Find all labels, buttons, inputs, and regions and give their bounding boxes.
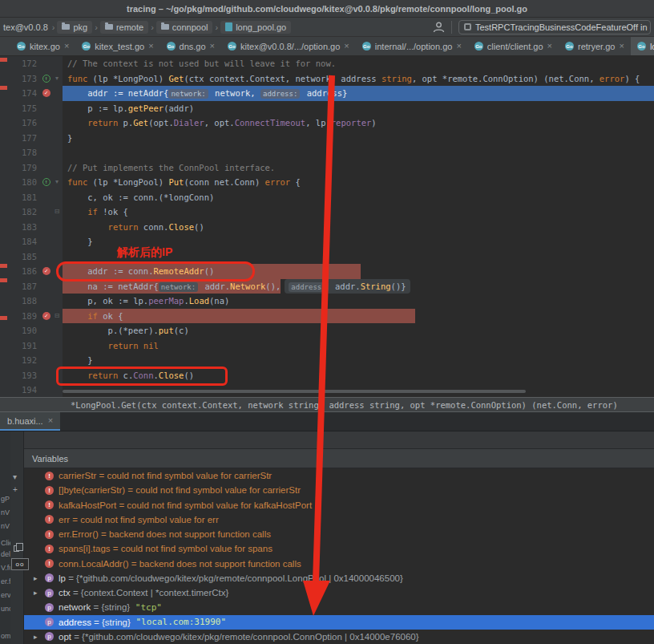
editor-tab-internal/.../option.go[interactable]: Gointernal/.../option.go×: [356, 37, 468, 55]
editor-tab-retryer.go[interactable]: Goretryer.go×: [559, 37, 631, 55]
window-titlebar[interactable]: tracing – ~/go/pkg/mod/github.com/cloudw…: [0, 0, 654, 18]
code-line-189[interactable]: 189✓⊟ if ok {: [0, 309, 654, 324]
tab-close-icon[interactable]: ×: [456, 42, 461, 51]
run-configuration-selector[interactable]: TestRPCTracingBusinessCodeFeatureOff in …: [458, 20, 651, 34]
tab-close-icon[interactable]: ×: [64, 42, 69, 51]
tab-close-icon[interactable]: ×: [344, 42, 349, 51]
tab-close-icon[interactable]: ×: [547, 42, 552, 51]
code-token: (lp *LongPool): [93, 74, 169, 83]
stripe-mark: [0, 278, 7, 282]
watch-expression-text: conn.LocalAddr() = backend does not supp…: [59, 559, 301, 569]
code-line-176[interactable]: 176 return p.Get(opt.Dialer, opt.Connect…: [0, 115, 654, 131]
code-line-178[interactable]: 178: [0, 145, 654, 160]
copy-stack-icon[interactable]: [14, 545, 19, 552]
code-line-186[interactable]: 186✓ addr := conn.RemoteAddr(): [0, 264, 654, 279]
editor-gutter: 193: [0, 368, 63, 383]
folder-icon: [62, 24, 70, 30]
variable-row[interactable]: ![]byte(carrierStr) = could not find sym…: [24, 483, 654, 497]
tab-label: retryer.go: [578, 42, 615, 51]
editor-tab-long_pool.go[interactable]: Golong_pool.go×: [631, 37, 654, 55]
variable-row-address[interactable]: paddress = {string} "local.com:31990": [24, 615, 654, 630]
code-line-173[interactable]: 173↑▾func (lp *LongPool) Get(ctx context…: [0, 71, 654, 87]
code-line-193[interactable]: 193 return c.Conn.Close(): [0, 368, 654, 383]
breakpoint-icon[interactable]: ✓: [42, 267, 50, 275]
implements-icon[interactable]: ↑: [42, 178, 50, 186]
variable-row[interactable]: !conn.LocalAddr() = backend does not sup…: [24, 557, 654, 571]
fold-icon[interactable]: ⊟: [52, 205, 62, 220]
variable-row[interactable]: !carrierStr = could not find symbol valu…: [24, 468, 654, 483]
variable-row-network[interactable]: pnetwork = {string} "tcp": [24, 600, 654, 614]
code-token: [67, 207, 87, 217]
expand-chevron-icon[interactable]: ▸: [34, 589, 45, 597]
variable-string-value: "tcp": [130, 602, 162, 613]
code-line-187[interactable]: 187 na := netAddr{network: addr.Network(…: [0, 279, 654, 294]
editor-tab-kitex@v0.0.8/.../option.go[interactable]: Gokitex@v0.0.8/.../option.go×: [221, 37, 356, 55]
code-editor[interactable]: 172// The context is not used but will l…: [0, 56, 654, 397]
variable-value: {string}: [101, 602, 130, 612]
editor-tab-kitex.go[interactable]: Gokitex.go×: [10, 37, 75, 55]
breadcrumb-item-tex@v0.0.8[interactable]: tex@v0.0.8: [2, 21, 50, 34]
tab-close-icon[interactable]: ×: [210, 42, 215, 51]
code-token: ) {: [624, 74, 640, 83]
breakpoint-icon[interactable]: ✓: [42, 312, 50, 320]
error-icon: !: [45, 486, 54, 495]
add-watch-icon[interactable]: +: [13, 486, 18, 494]
code-token: (): [184, 371, 194, 380]
variable-row[interactable]: !kafkaHostPort = could not find symbol v…: [24, 498, 654, 512]
expand-chevron-icon[interactable]: ▸: [34, 633, 45, 641]
code-line-188[interactable]: 188 p, ok := lp.peerMap.Load(na): [0, 294, 654, 309]
signature-text: *LongPool.Get(ctx context.Context, netwo…: [71, 400, 618, 410]
tab-close-icon[interactable]: ×: [619, 42, 624, 51]
dropdown-caret-icon[interactable]: ▾: [13, 473, 17, 481]
code-line-182[interactable]: 182⊟ if !ok {: [0, 205, 654, 220]
variable-row[interactable]: !err.Error() = backend does not support …: [24, 527, 654, 541]
horizontal-scrollbar[interactable]: [63, 390, 526, 393]
editor-tab-kitex_test.go[interactable]: Gokitex_test.go×: [75, 37, 159, 55]
tab-close-icon[interactable]: ×: [48, 416, 53, 425]
frame-text-fragment: erv: [1, 591, 10, 599]
variable-row-ctx[interactable]: ▸pctx = {context.Context | *context.time…: [24, 585, 654, 600]
debug-toolbar: ▾ +: [10, 431, 24, 644]
variable-row-opt[interactable]: ▸popt = {*github.com/cloudwego/kitex/pkg…: [24, 630, 654, 644]
breadcrumb-item-remote[interactable]: remote: [100, 21, 148, 34]
breakpoint-icon[interactable]: ✓: [42, 89, 50, 97]
code-line-175[interactable]: 175 p := lp.getPeer(addr): [0, 101, 654, 116]
debug-session-tab[interactable]: b.huaxi... ×: [0, 412, 60, 431]
code-line-177[interactable]: 177}: [0, 131, 654, 146]
implements-icon[interactable]: ↑: [42, 75, 50, 83]
editor-tab-dns.go[interactable]: Godns.go×: [160, 37, 221, 55]
user-icon[interactable]: [433, 22, 445, 33]
breadcrumb-item-long_pool.go[interactable]: long_pool.go: [220, 21, 291, 34]
variable-row-lp[interactable]: ▸plp = {*github.com/cloudwego/kitex/pkg/…: [24, 571, 654, 585]
watch-expression-text: []byte(carrierStr) = could not find symb…: [59, 485, 301, 495]
breadcrumb-label: connpool: [172, 22, 208, 32]
code-line-180[interactable]: 180↑▾func (lp *LongPool) Put(conn net.Co…: [0, 175, 654, 190]
go-file-icon: Go: [17, 42, 26, 51]
fold-icon[interactable]: ⊟: [52, 309, 62, 324]
code-token: address:: [289, 282, 328, 292]
code-token: Get: [133, 118, 148, 128]
code-line-191[interactable]: 191 return nil: [0, 338, 654, 354]
code-line-181[interactable]: 181 c, ok := conn.(*longConn): [0, 190, 654, 205]
code-line-192[interactable]: 192 }: [0, 353, 654, 368]
fold-icon[interactable]: ▾: [52, 71, 62, 87]
code-line-185[interactable]: 185: [0, 249, 654, 265]
code-token: (addr): [164, 103, 194, 113]
code-line-184[interactable]: 184 }: [0, 234, 654, 249]
editor-tab-client/client.go[interactable]: Goclient/client.go×: [468, 37, 559, 55]
code-line-183[interactable]: 183 return conn.Close(): [0, 220, 654, 235]
expand-chevron-icon[interactable]: ▸: [34, 574, 45, 582]
code-line-174[interactable]: 174✓ addr := netAddr{network: network, a…: [0, 86, 654, 101]
fold-icon[interactable]: ▾: [52, 175, 62, 190]
code-text: addr := netAddr{network: network, addres…: [63, 86, 654, 101]
variable-row[interactable]: !err = could not find symbol value for e…: [24, 512, 654, 527]
code-line-172[interactable]: 172// The context is not used but will l…: [0, 56, 654, 71]
tab-close-icon[interactable]: ×: [148, 42, 153, 51]
breadcrumb-item-connpool[interactable]: connpool: [156, 21, 213, 34]
code-line-190[interactable]: 190 p.(*peer).put(c): [0, 323, 654, 338]
variable-row[interactable]: !spans[i].tags = could not find symbol v…: [24, 541, 654, 556]
code-token: string: [382, 74, 412, 83]
line-number: 173: [0, 71, 40, 87]
breadcrumb-item-pkg[interactable]: pkg: [57, 21, 92, 34]
code-line-179[interactable]: 179// Put implements the ConnPool interf…: [0, 160, 654, 176]
